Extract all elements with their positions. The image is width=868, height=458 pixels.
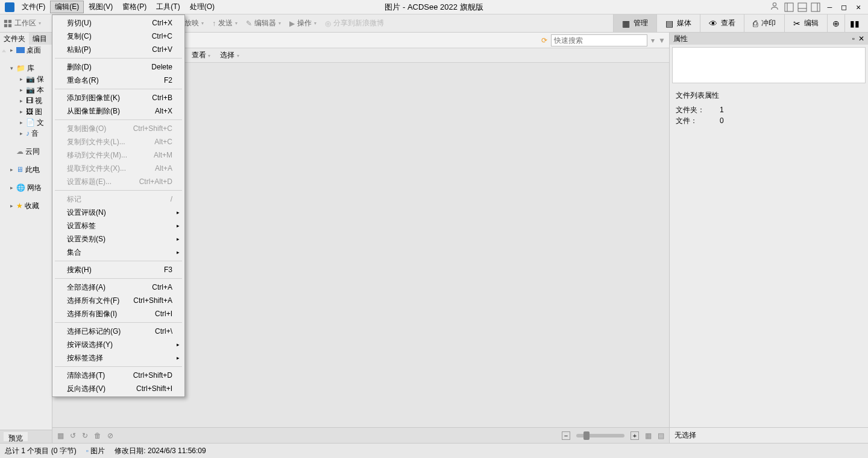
tool-4-icon[interactable]: 🗑 xyxy=(94,431,101,440)
mi-copy-to: 复制到文件夹(L)...Alt+C xyxy=(54,135,183,148)
menu-file[interactable]: 文件(F) xyxy=(17,1,50,13)
props-preview-area xyxy=(672,47,866,83)
mi-by-rating[interactable]: 按评级选择(Y)▸ xyxy=(54,338,183,351)
tab-catalog[interactable]: 编目 xyxy=(29,33,51,45)
tree-pictures[interactable]: ▸🖼图 xyxy=(0,106,52,117)
mi-set-category[interactable]: 设置类别(S)▸ xyxy=(54,232,183,246)
filter-icon[interactable]: ▼ xyxy=(658,36,665,45)
mi-search[interactable]: 搜索(H)F3 xyxy=(54,263,183,276)
mi-select-all[interactable]: 全部选择(A)Ctrl+A xyxy=(54,281,183,294)
svg-rect-7 xyxy=(4,19,7,22)
mi-delete[interactable]: 删除(D)Delete xyxy=(54,60,183,74)
status-total: 总计 1 个项目 (0 字节) xyxy=(5,446,77,456)
tree-favorites[interactable]: ▸★收藏 xyxy=(0,200,52,211)
tree-library[interactable]: ▾📁库 xyxy=(0,63,52,74)
select-menu[interactable]: 选择 ▾ xyxy=(220,50,239,60)
mi-invert-sel[interactable]: 反向选择(V)Ctrl+Shift+I xyxy=(54,382,183,395)
zoom-out-icon[interactable]: − xyxy=(562,431,570,440)
props-close-icon[interactable]: ✕ xyxy=(858,34,864,43)
zoom-slider[interactable] xyxy=(576,434,624,437)
tree-desktop[interactable]: ▸桌面 xyxy=(0,45,52,56)
tree-docs[interactable]: ▸📄文 xyxy=(0,117,52,128)
mi-paste[interactable]: 粘贴(P)Ctrl+V xyxy=(54,43,183,56)
menu-process[interactable]: 处理(O) xyxy=(185,1,219,13)
tree-thispc[interactable]: ▸🖥此电 xyxy=(0,164,52,175)
viewmode-1-icon[interactable]: ▦ xyxy=(645,431,652,440)
props-panel-title: 属性 xyxy=(673,34,688,44)
status-folder: ▫ 图片 xyxy=(86,446,105,456)
mi-select-files[interactable]: 选择所有文件(F)Ctrl+Shift+A xyxy=(54,294,183,307)
view-menu[interactable]: 查看 ▾ xyxy=(192,50,210,60)
mi-set-rating[interactable]: 设置评级(N)▸ xyxy=(54,206,183,219)
mode-manage[interactable]: ▦管理 xyxy=(613,14,656,32)
prop-file-value: 0 xyxy=(720,115,724,126)
layout-2-icon[interactable] xyxy=(797,2,807,12)
mi-cut[interactable]: 剪切(U)Ctrl+X xyxy=(54,16,183,30)
tree-cloud[interactable]: ☁云同 xyxy=(0,146,52,157)
mi-rename[interactable]: 重命名(R)F2 xyxy=(54,74,183,87)
tree-network[interactable]: ▸🌐网络 xyxy=(0,182,52,193)
tab-preview[interactable]: 预览 xyxy=(4,432,28,441)
menu-edit[interactable]: 编辑(E) xyxy=(50,1,84,13)
mi-select-images[interactable]: 选择所有图像(I)Ctrl+I xyxy=(54,307,183,320)
svg-rect-1 xyxy=(785,3,793,11)
mi-copy[interactable]: 复制(C)Ctrl+C xyxy=(54,30,183,43)
tool-1-icon[interactable]: ▦ xyxy=(57,431,64,440)
mi-clear-sel[interactable]: 清除选择(T)Ctrl+Shift+D xyxy=(54,369,183,382)
search-dropdown-icon[interactable]: ▾ xyxy=(651,36,655,45)
mi-extract-to: 提取到文件夹(X)...Alt+A xyxy=(54,162,183,175)
zoom-in-icon[interactable]: + xyxy=(631,431,639,440)
mi-set-title: 设置标题(E)...Ctrl+Alt+D xyxy=(54,175,183,188)
status-modified: 修改日期: 2024/6/3 11:56:09 xyxy=(115,446,206,456)
mode-365[interactable]: ⊕ xyxy=(827,14,844,32)
mode-dashboard[interactable]: ▮▮ xyxy=(844,14,864,32)
mode-develop[interactable]: ⎙冲印 xyxy=(744,14,784,32)
mode-edit[interactable]: ✂编辑 xyxy=(784,14,827,32)
menu-view[interactable]: 视图(V) xyxy=(84,1,118,13)
menu-tools[interactable]: 工具(T) xyxy=(151,1,184,13)
tree-video[interactable]: ▸🎞视 xyxy=(0,95,52,106)
mi-by-tag[interactable]: 按标签选择▸ xyxy=(54,351,183,364)
layout-3-icon[interactable] xyxy=(811,2,820,12)
mi-add-basket[interactable]: 添加到图像筐(K)Ctrl+B xyxy=(54,91,183,104)
operate-button[interactable]: ▶操作▾ xyxy=(289,18,316,28)
mi-select-tagged[interactable]: 选择已标记的(G)Ctrl+\ xyxy=(54,325,183,338)
mi-remove-basket[interactable]: 从图像筐删除(B)Alt+X xyxy=(54,104,183,118)
prop-folder-value: 1 xyxy=(720,104,724,115)
close-button[interactable]: ✕ xyxy=(854,2,863,11)
tool-3-icon[interactable]: ↻ xyxy=(82,431,88,440)
props-pin-icon[interactable]: ▫ xyxy=(852,34,855,43)
refresh-icon[interactable]: ⟳ xyxy=(541,36,547,45)
maximize-button[interactable]: □ xyxy=(839,2,849,11)
props-header: 文件列表属性 xyxy=(676,91,862,101)
mode-media[interactable]: ▤媒体 xyxy=(656,14,700,32)
user-icon[interactable] xyxy=(770,1,779,13)
viewmode-2-icon[interactable]: ▤ xyxy=(658,431,664,440)
menu-pane[interactable]: 窗格(P) xyxy=(118,1,151,13)
tab-folders[interactable]: 文件夹 xyxy=(0,33,29,45)
app-icon xyxy=(5,2,14,12)
svg-rect-10 xyxy=(8,24,11,27)
svg-rect-5 xyxy=(811,3,820,11)
tree-music[interactable]: ▸♪音 xyxy=(0,128,52,139)
layout-1-icon[interactable] xyxy=(784,2,794,12)
tool-2-icon[interactable]: ↺ xyxy=(70,431,76,440)
send-button[interactable]: ↑发送▾ xyxy=(212,18,237,28)
mi-set-tag[interactable]: 设置标签▸ xyxy=(54,219,183,232)
tree-local[interactable]: ▸📷本 xyxy=(0,84,52,95)
share-button[interactable]: ◎分享到新浪微博 xyxy=(325,18,384,28)
props-noselect: 无选择 xyxy=(670,427,868,443)
mi-tag: 标记/ xyxy=(54,192,183,206)
mode-view[interactable]: 👁查看 xyxy=(700,14,744,32)
search-input[interactable] xyxy=(551,34,647,46)
mi-move-to: 移动到文件夹(M)...Alt+M xyxy=(54,148,183,162)
prop-file-label: 文件： xyxy=(676,115,709,126)
tool-5-icon[interactable]: ⊘ xyxy=(107,431,113,440)
tree-saved[interactable]: ▸📷保 xyxy=(0,74,52,84)
svg-rect-9 xyxy=(4,24,7,27)
editor-button[interactable]: ✎编辑器▾ xyxy=(246,18,281,28)
mi-set-collection[interactable]: 集合▸ xyxy=(54,246,183,259)
workspace-button[interactable]: 工作区▾ xyxy=(4,18,41,28)
svg-rect-3 xyxy=(798,3,807,11)
minimize-button[interactable]: — xyxy=(825,2,835,11)
